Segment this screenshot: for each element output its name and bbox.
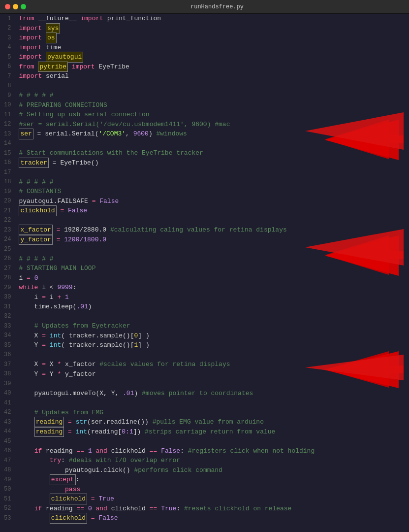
line-num-48: 48 bbox=[4, 466, 11, 475]
line-num-16: 16 bbox=[4, 158, 11, 168]
line-num-53: 53 bbox=[4, 513, 11, 523]
code-line-15: # Start communications with the EyeTribe… bbox=[19, 148, 409, 158]
line-num-37: 37 bbox=[4, 360, 11, 369]
code-line-12: #ser = serial.Serial('/dev/cu.usbmodem14… bbox=[19, 120, 409, 130]
line-num-24: 24 bbox=[4, 235, 11, 245]
code-line-47: try: #deals with I/O overlap error bbox=[19, 456, 409, 466]
close-button[interactable] bbox=[5, 4, 10, 9]
editor: 1 2 3 4 5 6 7 8 9 10 11 12 13 14 15 16 1… bbox=[0, 14, 409, 532]
line-num-34: 34 bbox=[4, 331, 11, 341]
code-line-6: from pytribe import EyeTribe bbox=[19, 62, 409, 72]
code-line-21: clickhold = False bbox=[19, 206, 409, 216]
code-line-11: # Setting up usb serial connection bbox=[19, 110, 409, 120]
line-num-38: 38 bbox=[4, 369, 11, 379]
code-line-51: clickhold = True bbox=[19, 494, 409, 504]
code-line-37: X = X * x_factor #scales values for reti… bbox=[19, 360, 409, 369]
line-num-32: 32 bbox=[4, 312, 11, 322]
line-num-42: 42 bbox=[4, 408, 11, 418]
code-line-14 bbox=[19, 139, 409, 149]
line-num-31: 31 bbox=[4, 302, 11, 312]
line-num-4: 4 bbox=[4, 43, 11, 53]
line-num-47: 47 bbox=[4, 456, 11, 466]
line-num-39: 39 bbox=[4, 379, 11, 389]
code-line-45 bbox=[19, 436, 409, 446]
line-num-10: 10 bbox=[4, 100, 11, 110]
code-line-53: clickhold = False bbox=[19, 513, 409, 523]
line-num-40: 40 bbox=[4, 389, 11, 399]
code-line-3: import os bbox=[19, 33, 409, 43]
code-line-18: # # # # # bbox=[19, 177, 409, 187]
code-line-52: if reading == 0 and clickhold == True: #… bbox=[19, 504, 409, 514]
code-line-17 bbox=[19, 167, 409, 177]
minimize-button[interactable] bbox=[13, 4, 18, 9]
code-line-23: x_factor = 1920/2880.0 #calculating cali… bbox=[19, 225, 409, 235]
line-num-8: 8 bbox=[4, 81, 11, 91]
line-num-26: 26 bbox=[4, 254, 11, 264]
code-line-7: import serial bbox=[19, 71, 409, 81]
line-num-44: 44 bbox=[4, 427, 11, 437]
line-numbers: 1 2 3 4 5 6 7 8 9 10 11 12 13 14 15 16 1… bbox=[0, 14, 15, 532]
code-line-41 bbox=[19, 398, 409, 408]
line-num-41: 41 bbox=[4, 398, 11, 408]
code-line-38: Y = Y * y_factor bbox=[19, 369, 409, 379]
code-line-4: import time bbox=[19, 43, 409, 53]
code-line-39 bbox=[19, 379, 409, 389]
code-line-34: X = int( tracker.sample()[0] ) bbox=[19, 331, 409, 341]
code-line-16: tracker = EyeTribe() bbox=[19, 158, 409, 168]
code-line-25 bbox=[19, 244, 409, 254]
code-line-2: import sys bbox=[19, 24, 409, 33]
code-line-13: ser = serial.Serial('/COM3', 9600) #wind… bbox=[19, 129, 409, 139]
line-num-7: 7 bbox=[4, 71, 11, 81]
line-num-14: 14 bbox=[4, 139, 11, 149]
line-num-51: 51 bbox=[4, 494, 11, 504]
code-line-30: i = i + 1 bbox=[19, 293, 409, 302]
line-num-21: 21 bbox=[4, 206, 11, 216]
line-num-13: 13 bbox=[4, 129, 11, 139]
code-line-50: pass bbox=[19, 485, 409, 495]
line-num-3: 3 bbox=[4, 33, 11, 43]
window-controls[interactable] bbox=[5, 4, 26, 9]
line-num-9: 9 bbox=[4, 91, 11, 100]
line-num-52: 52 bbox=[4, 504, 11, 514]
code-line-43: reading = str(ser.readline()) #pulls EMG… bbox=[19, 417, 409, 427]
code-line-28: i = 0 bbox=[19, 273, 409, 283]
window-title: runHandsfree.py bbox=[30, 3, 404, 10]
code-line-29: while i < 9999: bbox=[19, 283, 409, 293]
line-num-2: 2 bbox=[4, 24, 11, 33]
code-content[interactable]: from __future__ import print_function im… bbox=[15, 14, 409, 532]
line-num-27: 27 bbox=[4, 264, 11, 273]
line-num-30: 30 bbox=[4, 293, 11, 302]
line-num-28: 28 bbox=[4, 273, 11, 283]
code-line-20: pyautogui.FAILSAFE = False bbox=[19, 197, 409, 206]
code-line-10: # PREPARING CONNECTIONS bbox=[19, 100, 409, 110]
code-line-27: # STARTING MAIN LOOP bbox=[19, 264, 409, 273]
line-num-35: 35 bbox=[4, 340, 11, 350]
line-num-17: 17 bbox=[4, 167, 11, 177]
code-line-19: # CONSTANTS bbox=[19, 187, 409, 197]
line-num-19: 19 bbox=[4, 187, 11, 197]
line-num-11: 11 bbox=[4, 110, 11, 120]
maximize-button[interactable] bbox=[21, 4, 26, 9]
code-line-33: # Updates from Eyetracker bbox=[19, 321, 409, 331]
line-num-1: 1 bbox=[4, 14, 11, 24]
code-line-40: pyautogui.moveTo(X, Y, .01) #moves point… bbox=[19, 389, 409, 399]
code-line-32 bbox=[19, 312, 409, 322]
line-num-43: 43 bbox=[4, 417, 11, 427]
code-line-36 bbox=[19, 350, 409, 360]
line-num-15: 15 bbox=[4, 148, 11, 158]
code-line-1: from __future__ import print_function bbox=[19, 14, 409, 24]
code-line-5: import pyautogui bbox=[19, 52, 409, 62]
code-line-42: # Updates from EMG bbox=[19, 408, 409, 418]
line-num-18: 18 bbox=[4, 177, 11, 187]
code-line-31: time.sleep(.01) bbox=[19, 302, 409, 312]
code-line-44: reading = int(reading[0:1]) #strips carr… bbox=[19, 427, 409, 437]
line-num-50: 50 bbox=[4, 485, 11, 495]
code-line-35: Y = int( tracker.sample()[1] ) bbox=[19, 340, 409, 350]
code-line-22 bbox=[19, 216, 409, 226]
line-num-20: 20 bbox=[4, 197, 11, 206]
line-num-29: 29 bbox=[4, 283, 11, 293]
code-line-8 bbox=[19, 81, 409, 91]
title-bar: runHandsfree.py bbox=[0, 0, 409, 14]
code-line-49: except: bbox=[19, 475, 409, 485]
line-num-49: 49 bbox=[4, 475, 11, 485]
